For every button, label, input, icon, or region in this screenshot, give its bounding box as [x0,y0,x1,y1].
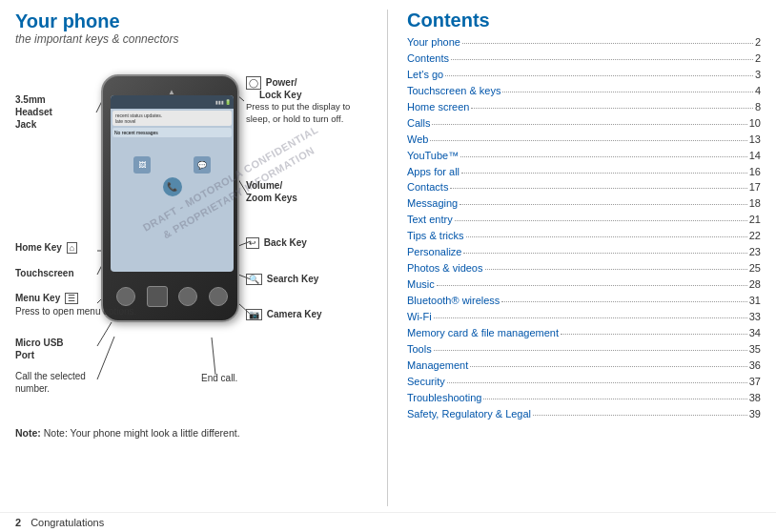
toc-item-label: Management [407,358,468,374]
toc-dots [460,156,747,157]
toc-item-label: Touchscreen & keys [407,84,500,99]
toc-page-number: 3 [755,68,761,83]
toc-item: Memory card & file management 34 [407,326,761,341]
toc-item-label: Tips & tricks [407,229,464,244]
toc-item: Music 28 [407,277,761,293]
toc-dots [455,220,747,221]
contents-title: Contents [407,10,761,31]
toc-item: Tools 35 [407,342,761,358]
toc-page-number: 28 [749,277,761,293]
toc-item: Text entry 21 [407,213,761,228]
label-power-key: ◯ Power/ Lock Key Press to put the displ… [246,76,360,125]
label-search-key: 🔍 Search Key [246,273,318,286]
toc-item: Bluetooth® wireless 31 [407,294,761,309]
toc-item: Security 37 [407,375,761,390]
toc-dots [466,236,747,237]
toc-page-number: 13 [749,133,761,148]
toc-page-number: 17 [749,180,761,195]
toc-item-label: Personalize [407,245,461,260]
toc-page-number: 39 [749,407,761,422]
toc-page-number: 22 [749,229,761,244]
toc-page-number: 35 [749,342,761,358]
label-call-selected: Call the selected number. [15,370,86,395]
footer-congratulations: Congratulations [31,517,104,528]
toc-dots [434,350,747,351]
screen-bottom-icons: 📞 [111,177,234,196]
toc-page-number: 36 [749,358,761,374]
toc-page-number: 23 [749,245,761,260]
toc-item-label: Photos & videos [407,261,483,276]
toc-page-number: 38 [749,391,761,406]
toc-item-label: Text entry [407,213,453,228]
toc-page-number: 21 [749,213,761,228]
label-touchscreen: Touchscreen [15,267,74,279]
toc-page-number: 2 [755,51,761,67]
label-volume: Volume/ Zoom Keys [246,179,297,204]
toc-item: Messaging 18 [407,196,761,212]
toc-dots [434,317,747,318]
left-title: Your phone [15,10,378,32]
app-icon-gallery: 🖼 [133,156,151,174]
toc-dots [483,399,746,399]
toc-page-number: 25 [749,261,761,276]
toc-dots [471,108,752,109]
toc-dots [470,366,747,367]
label-back-key: ↩ Back Key [246,236,307,250]
toc-item-label: YouTube™ [407,149,459,164]
svg-line-11 [212,338,215,375]
toc-item: Your phone 2 [407,35,761,51]
toc-page-number: 2 [755,35,761,51]
footer-page-number: 2 [15,517,21,528]
toc-dots [502,92,752,92]
app-icon-text: 💬 [194,156,211,174]
toc-item-label: Tools [407,342,432,358]
label-micro-usb: Micro USB Port [15,337,64,361]
toc-item-label: Let's go [407,68,443,83]
toc-page-number: 33 [749,310,761,325]
toc-item: Apps for all 16 [407,165,761,180]
screen-notification: recent status updates.late novel [112,111,232,126]
phone-search-btn [209,287,228,306]
toc-item-label: Security [407,375,445,390]
toc-item-label: Calls [407,116,430,132]
toc-page-number: 14 [749,149,761,164]
toc-item-label: Apps for all [407,165,459,180]
left-subtitle: the important keys & connectors [15,32,378,46]
toc-dots [485,269,747,270]
toc-item: Personalize 23 [407,245,761,260]
toc-page-number: 34 [749,326,761,341]
toc-page-number: 8 [755,100,761,115]
toc-item-label: Contacts [407,180,448,195]
toc-item-label: Bluetooth® wireless [407,294,500,309]
screen-phone-icon: 📞 [163,177,182,196]
toc-item: Management 36 [407,358,761,374]
toc-dots [459,204,747,205]
phone-diagram: ▲ ▮▮▮ 🔋 recent status updates.late novel… [15,55,368,465]
toc-dots [561,334,747,335]
toc-page-number: 18 [749,196,761,212]
toc-item-label: Your phone [407,35,460,51]
toc-item-label: Music [407,277,435,293]
label-headset-jack: 3.5mm Headset Jack [15,93,52,131]
toc-item: Calls 10 [407,116,761,132]
toc-item: Home screen 8 [407,100,761,115]
toc-item: Touchscreen & keys 4 [407,84,761,99]
toc-item: Contacts 17 [407,180,761,195]
svg-line-5 [97,322,112,346]
left-panel: Your phone the important keys & connecto… [15,10,387,506]
label-home-key: Home Key ⌂ [15,241,77,255]
toc-page-number: 16 [749,165,761,180]
toc-dots [450,188,746,189]
toc-dots [430,140,746,141]
toc-page-number: 37 [749,375,761,390]
toc-item: Let's go 3 [407,68,761,83]
page-container: Your phone the important keys & connecto… [0,0,776,512]
toc-item: Troubleshooting 38 [407,391,761,406]
toc-item-label: Home screen [407,100,469,115]
toc-dots [437,285,747,286]
screen-messages: No recent messages [112,128,232,137]
toc-dots [447,382,747,383]
toc-dots [462,43,753,44]
toc-item: Safety, Regulatory & Legal 39 [407,407,761,422]
screen-top-bar: ▮▮▮ 🔋 [111,95,234,109]
